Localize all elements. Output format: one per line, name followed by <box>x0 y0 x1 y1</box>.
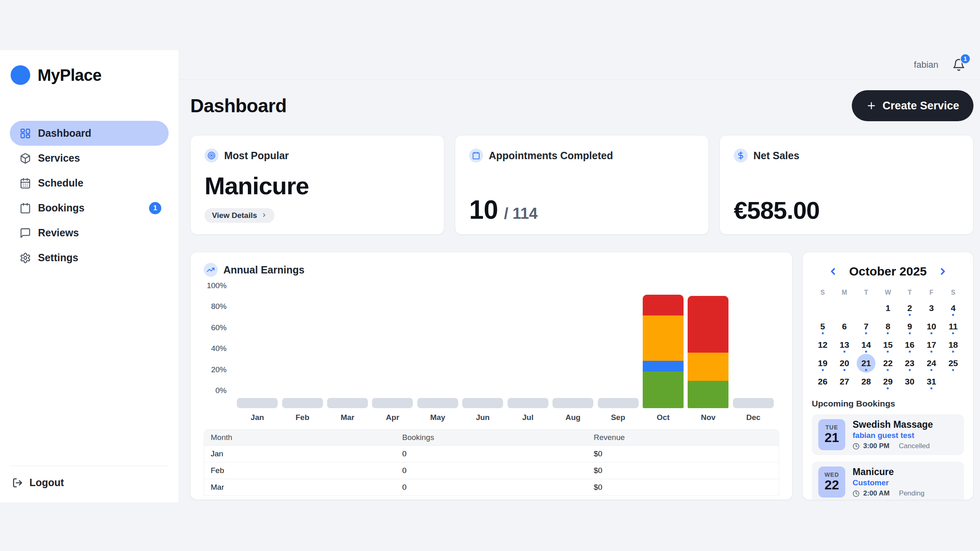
sidebar-item-bookings[interactable]: Bookings1 <box>10 196 169 220</box>
sidebar-item-reviews[interactable]: Reviews <box>10 220 169 245</box>
calendar-day[interactable]: 29 <box>877 372 899 391</box>
calendar-next-button[interactable] <box>938 266 948 277</box>
earnings-table: MonthBookingsRevenue Jan0$0Feb0$0Mar0$0 <box>204 429 779 496</box>
calendar-day[interactable]: 27 <box>833 372 855 391</box>
calendar-day[interactable]: 12 <box>812 335 833 354</box>
calendar-day[interactable]: 22 <box>877 354 899 372</box>
chart-axis-label: 100% <box>204 281 227 290</box>
booking-date-box: TUE 21 <box>818 419 845 450</box>
calendar-day[interactable]: 28 <box>855 372 877 391</box>
calendar-day[interactable]: 15 <box>877 335 899 354</box>
calendar-day[interactable]: 5 <box>812 317 833 335</box>
booking-dot <box>887 332 889 334</box>
calendar-day[interactable]: 1 <box>877 299 899 317</box>
sidebar-item-dashboard[interactable]: Dashboard <box>10 121 169 146</box>
chart-bar-slot <box>235 286 280 408</box>
chart-bar-slot <box>641 286 686 408</box>
calendar-day[interactable]: 13 <box>833 335 855 354</box>
booking-weekday: WED <box>824 471 839 478</box>
table-cell: 0 <box>396 479 587 495</box>
booking-dot <box>909 314 911 316</box>
calendar-day[interactable]: 7 <box>855 317 877 335</box>
chart-bar-slot <box>460 286 505 408</box>
chart-month-label: Sep <box>595 413 640 422</box>
calendar-day[interactable]: 26 <box>812 372 833 391</box>
chart-axis-label: 60% <box>204 323 227 332</box>
calendar-day[interactable]: 21 <box>855 354 877 372</box>
username[interactable]: fabian <box>914 60 938 70</box>
booking-customer-link[interactable]: fabian guest test <box>853 431 933 440</box>
bar-stub <box>508 398 548 408</box>
table-header-row: MonthBookingsRevenue <box>204 430 779 445</box>
calendar-day-number: 18 <box>949 340 958 350</box>
weekday-label: T <box>855 289 877 296</box>
calendar-day[interactable]: 11 <box>942 317 964 335</box>
net-sales-value: €585.00 <box>734 198 959 223</box>
sidebar-item-label: Bookings <box>38 202 85 214</box>
page-title: Dashboard <box>190 95 287 117</box>
card-body: €585.00 <box>734 198 959 223</box>
topbar: fabian 1 <box>178 50 980 80</box>
annual-earnings-title: Annual Earnings <box>223 264 305 276</box>
calendar-day[interactable]: 25 <box>942 354 964 372</box>
sidebar-item-schedule[interactable]: Schedule <box>10 171 169 196</box>
calendar-day[interactable]: 19 <box>812 354 833 372</box>
calendar-day[interactable]: 31 <box>920 372 942 391</box>
booking-status: Cancelled <box>899 442 930 450</box>
stat-cards-row: Most Popular Manicure View Details <box>190 135 973 235</box>
chart-month-label: Jan <box>235 413 280 422</box>
logout-label: Logout <box>29 477 64 489</box>
calendar-grid: 1234567891011121314151617181920212223242… <box>812 299 964 391</box>
booking-day: 22 <box>824 478 839 492</box>
clock-icon <box>853 443 860 450</box>
booking-meta: 3:00 PM Cancelled <box>853 442 933 450</box>
logout-icon <box>12 478 23 488</box>
table-cell: Jan <box>204 445 396 462</box>
calendar-day[interactable]: 3 <box>920 299 942 317</box>
bar-segment-red <box>643 295 684 315</box>
calendar-day[interactable]: 4 <box>942 299 964 317</box>
calendar-day-number: 10 <box>927 322 936 331</box>
calendar-day[interactable]: 10 <box>920 317 942 335</box>
sidebar-item-services[interactable]: Services <box>10 146 169 171</box>
stacked-bar-oct <box>643 295 684 408</box>
table-row: Jan0$0 <box>204 445 779 462</box>
view-details-button[interactable]: View Details <box>205 208 274 223</box>
chevron-right-icon <box>261 211 267 220</box>
calendar-day[interactable]: 24 <box>920 354 942 372</box>
chart-bar-slot <box>595 286 640 408</box>
table-header-cell: Bookings <box>396 430 587 445</box>
calendar-day[interactable]: 16 <box>899 335 920 354</box>
calendar-day[interactable]: 2 <box>899 299 920 317</box>
calendar-prev-button[interactable] <box>828 266 838 277</box>
lower-row: Annual Earnings 100%80%60%40%20%0% JanFe… <box>190 252 973 500</box>
bar-segment-orange <box>643 315 684 361</box>
calendar-day[interactable]: 9 <box>899 317 920 335</box>
calendar-day-number: 14 <box>862 340 871 350</box>
chart-axis-label: 20% <box>204 365 227 374</box>
calendar-day[interactable]: 17 <box>920 335 942 354</box>
chart-bar-slot <box>550 286 595 408</box>
booking-item[interactable]: WED 22 Manicure Customer 2:00 AM Pending <box>812 462 964 500</box>
calendar-day[interactable]: 20 <box>833 354 855 372</box>
chart-bar-slot <box>686 286 731 408</box>
booking-customer-link[interactable]: Customer <box>853 478 924 487</box>
sidebar-item-settings[interactable]: Settings <box>10 245 169 270</box>
calendar-day[interactable]: 18 <box>942 335 964 354</box>
booking-dot <box>952 369 954 371</box>
calendar-day[interactable]: 6 <box>833 317 855 335</box>
booking-dot <box>865 351 867 353</box>
appointments-label: Appointments Completed <box>489 150 613 162</box>
calendar-day[interactable]: 8 <box>877 317 899 335</box>
calendar-day[interactable]: 23 <box>899 354 920 372</box>
calendar-title: October 2025 <box>849 264 927 278</box>
logout-button[interactable]: Logout <box>12 477 166 489</box>
table-cell: $0 <box>587 445 779 462</box>
calendar-day[interactable]: 30 <box>899 372 920 391</box>
booking-item[interactable]: TUE 21 Swedish Massage fabian guest test… <box>812 414 964 455</box>
calendar-day[interactable]: 14 <box>855 335 877 354</box>
notifications-button[interactable]: 1 <box>952 58 965 71</box>
bookings-badge: 1 <box>149 202 161 214</box>
most-popular-label: Most Popular <box>224 150 289 162</box>
create-service-button[interactable]: Create Service <box>852 90 973 121</box>
